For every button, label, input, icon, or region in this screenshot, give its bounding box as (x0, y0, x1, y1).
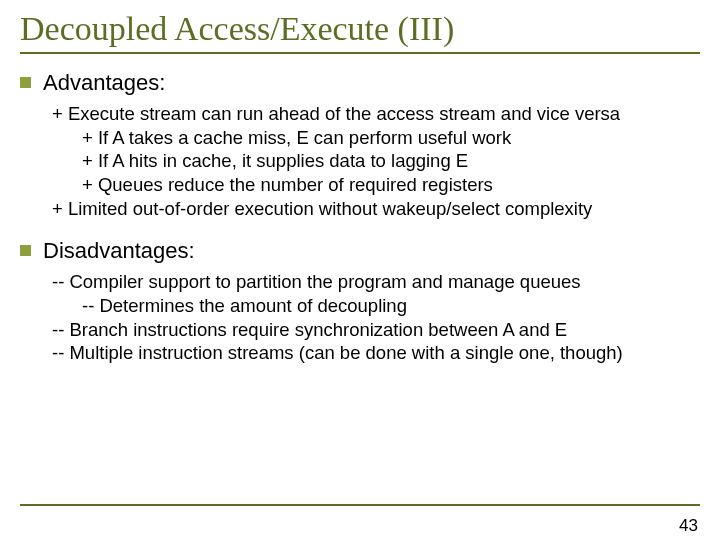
adv-subline: + If A takes a cache miss, E can perform… (52, 126, 696, 150)
page-number: 43 (679, 516, 698, 536)
advantages-heading: Advantages: (20, 70, 700, 96)
advantages-label: Advantages: (43, 70, 165, 96)
square-bullet-icon (20, 245, 31, 256)
adv-line: + Limited out-of-order execution without… (52, 197, 696, 221)
slide: Decoupled Access/Execute (III) Advantage… (0, 0, 720, 540)
footer-underline (20, 504, 700, 506)
adv-line: + Execute stream can run ahead of the ac… (52, 102, 696, 126)
adv-subline: + Queues reduce the number of required r… (52, 173, 696, 197)
disadvantages-body: -- Compiler support to partition the pro… (52, 270, 696, 365)
dis-line: -- Multiple instruction streams (can be … (52, 341, 696, 365)
dis-line: -- Branch instructions require synchroni… (52, 318, 696, 342)
dis-subline: -- Determines the amount of decoupling (52, 294, 696, 318)
slide-title: Decoupled Access/Execute (III) (20, 10, 700, 48)
title-underline (20, 52, 700, 54)
square-bullet-icon (20, 77, 31, 88)
adv-subline: + If A hits in cache, it supplies data t… (52, 149, 696, 173)
disadvantages-label: Disadvantages: (43, 238, 195, 264)
advantages-body: + Execute stream can run ahead of the ac… (52, 102, 696, 220)
dis-line: -- Compiler support to partition the pro… (52, 270, 696, 294)
disadvantages-heading: Disadvantages: (20, 238, 700, 264)
spacer (20, 220, 700, 238)
